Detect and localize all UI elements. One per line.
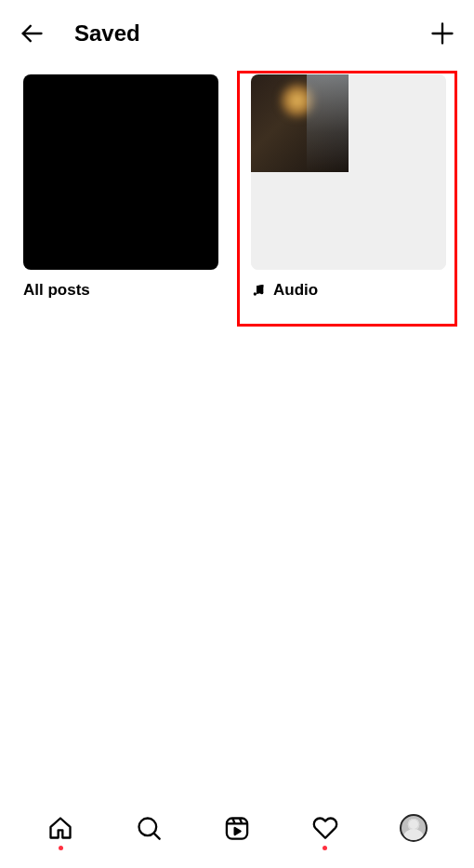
page-title: Saved xyxy=(74,20,140,47)
svg-line-6 xyxy=(154,833,160,838)
collection-all-posts[interactable]: All posts xyxy=(23,74,218,300)
arrow-left-icon xyxy=(19,20,45,47)
audio-thumbnail-cell-empty xyxy=(251,173,349,271)
profile-avatar-icon xyxy=(400,814,428,842)
audio-thumbnail-cell xyxy=(251,74,349,172)
music-note-icon xyxy=(251,283,266,298)
reels-icon xyxy=(224,815,250,841)
nav-activity[interactable] xyxy=(310,809,340,847)
back-button[interactable] xyxy=(19,20,45,47)
add-collection-button[interactable] xyxy=(429,20,455,47)
header-left: Saved xyxy=(19,20,140,47)
collection-label-text: All posts xyxy=(23,281,90,300)
heart-icon xyxy=(312,815,338,841)
audio-thumbnail-cell-empty xyxy=(349,173,447,271)
plus-icon xyxy=(429,20,455,47)
nav-home[interactable] xyxy=(46,809,75,847)
collection-label-text: Audio xyxy=(273,281,318,300)
header-bar: Saved xyxy=(0,0,474,65)
notification-dot xyxy=(59,846,63,850)
nav-profile[interactable] xyxy=(399,809,428,847)
collection-label: All posts xyxy=(23,281,218,300)
search-icon xyxy=(136,815,162,841)
nav-reels[interactable] xyxy=(222,809,252,847)
svg-point-3 xyxy=(254,292,257,295)
svg-point-4 xyxy=(260,291,263,294)
collection-thumbnail xyxy=(23,74,218,270)
collection-label: Audio xyxy=(251,281,446,300)
audio-thumbnail-cell-empty xyxy=(349,74,447,172)
collection-audio[interactable]: Audio xyxy=(251,74,446,300)
bottom-nav xyxy=(0,798,474,868)
notification-dot xyxy=(323,846,327,850)
collection-thumbnail xyxy=(251,74,446,270)
nav-search[interactable] xyxy=(134,809,164,847)
collections-grid: All posts Audio xyxy=(0,65,474,300)
home-icon xyxy=(47,815,73,841)
